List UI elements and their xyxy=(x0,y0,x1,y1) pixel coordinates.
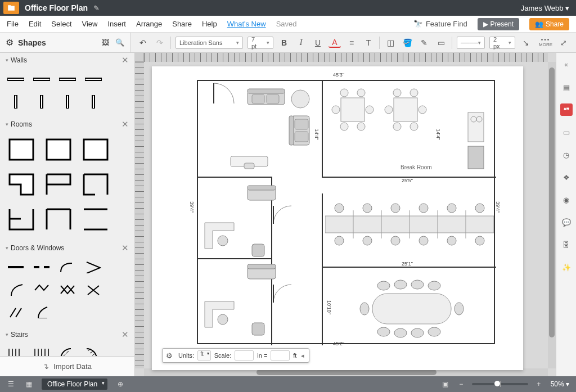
door-shape[interactable] xyxy=(32,259,52,276)
text-color-icon[interactable]: A xyxy=(328,38,341,48)
room-shape[interactable] xyxy=(43,135,74,164)
floor-plan[interactable]: Break Room 25'5" 25'1" 10'10" 14'4" 14'4… xyxy=(197,80,495,344)
dining-table-icon[interactable] xyxy=(331,88,375,132)
collapse-icon[interactable]: ◂ xyxy=(300,352,305,359)
close-icon[interactable]: ✕ xyxy=(122,119,129,129)
page[interactable]: 45'3" 45'2" 39'4" 39'4" Break Room 25'5"… xyxy=(152,66,523,370)
room-shape[interactable] xyxy=(80,135,111,164)
bold-icon[interactable]: B xyxy=(278,37,290,49)
chat-icon[interactable]: 💬 xyxy=(560,216,573,228)
data-icon[interactable]: ◉ xyxy=(560,193,573,206)
wall-shape[interactable] xyxy=(83,71,104,88)
rename-icon[interactable]: ✎ xyxy=(93,4,100,12)
line-arrow-icon[interactable]: ↘ xyxy=(520,37,532,49)
database-icon[interactable]: 🗄 xyxy=(560,238,573,251)
door-icon[interactable] xyxy=(272,205,292,225)
align-icon[interactable]: ≡ xyxy=(345,37,358,49)
shapes-section-stairs[interactable]: ▾ Stairs ✕ xyxy=(0,327,134,342)
shapes-section-walls[interactable]: ▾ Walls ✕ xyxy=(0,53,134,67)
close-icon[interactable]: ✕ xyxy=(122,243,129,253)
door-shape[interactable] xyxy=(57,281,78,298)
counter-icon[interactable] xyxy=(467,111,485,143)
presentation-icon[interactable]: ▭ xyxy=(560,126,573,138)
room-shape[interactable] xyxy=(43,205,74,234)
door-shape[interactable] xyxy=(32,281,52,298)
room-shape[interactable] xyxy=(43,170,74,199)
fridge-icon[interactable] xyxy=(467,145,485,170)
office-desk-icon[interactable] xyxy=(204,222,240,250)
fill-icon[interactable]: 🪣 xyxy=(401,37,413,49)
zoom-in-icon[interactable]: + xyxy=(534,379,544,389)
door-icon[interactable] xyxy=(213,82,235,105)
grid-view-icon[interactable]: ▦ xyxy=(24,379,34,389)
room-shape[interactable] xyxy=(6,135,37,164)
door-shape[interactable] xyxy=(32,304,52,321)
more-tools[interactable]: •••MORE xyxy=(539,38,552,47)
document-title[interactable]: Office Floor Plan xyxy=(25,3,88,12)
workstation-row-icon[interactable] xyxy=(325,199,494,250)
line-color-icon[interactable]: ✎ xyxy=(418,37,430,49)
present-button[interactable]: ▶ Present xyxy=(478,18,519,30)
round-table-icon[interactable] xyxy=(290,89,310,109)
door-shape[interactable] xyxy=(6,259,26,276)
chair-icon[interactable] xyxy=(251,243,266,258)
line-style-select[interactable]: ──── xyxy=(457,37,485,49)
menu-arrange[interactable]: Arrange xyxy=(136,20,162,28)
shapes-settings-icon[interactable]: ⚙ xyxy=(6,37,14,48)
door-shape[interactable] xyxy=(83,259,104,276)
door-shape[interactable] xyxy=(6,304,26,321)
close-icon[interactable]: ✕ xyxy=(122,330,129,340)
scale-input-right[interactable] xyxy=(271,350,290,361)
shapes-section-doors[interactable]: ▾ Doors & Windows ✕ xyxy=(0,241,134,255)
wall-shape[interactable] xyxy=(57,93,78,110)
collapse-rail-icon[interactable]: « xyxy=(560,58,573,71)
chair-icon[interactable] xyxy=(251,322,266,336)
share-button[interactable]: 👥 Share xyxy=(529,18,569,30)
zoom-out-icon[interactable]: − xyxy=(456,379,466,389)
image-icon[interactable]: 🖼 xyxy=(100,38,110,48)
canvas[interactable]: 45'3" 45'2" 39'4" 39'4" Break Room 25'5"… xyxy=(135,53,556,376)
units-select[interactable]: ft xyxy=(197,350,211,361)
menu-help[interactable]: Help xyxy=(202,20,217,28)
room-shape[interactable] xyxy=(80,170,111,199)
comments-icon[interactable]: ❝❞ xyxy=(560,103,573,116)
scrollbar-thumb[interactable] xyxy=(549,67,555,337)
menu-whats-new[interactable]: What's New xyxy=(227,20,266,28)
room-shape[interactable] xyxy=(80,205,111,234)
sofa-icon[interactable] xyxy=(246,263,277,281)
zoom-value[interactable]: 50% ▾ xyxy=(550,380,570,388)
units-toolbar[interactable]: ⚙ Units: ft Scale: in = ft ◂ xyxy=(162,348,309,363)
scrollbar-vertical[interactable] xyxy=(548,62,556,368)
wall-shape[interactable] xyxy=(32,71,52,88)
page-icon[interactable]: ▤ xyxy=(560,81,573,93)
fullscreen-icon[interactable]: ⤢ xyxy=(557,38,570,47)
app-logo-icon[interactable] xyxy=(3,2,19,14)
ruler-horizontal[interactable] xyxy=(144,53,548,62)
zoom-reset-icon[interactable]: ▣ xyxy=(440,379,451,389)
conference-table-icon[interactable] xyxy=(356,278,468,340)
redo-icon[interactable]: ↷ xyxy=(154,37,166,49)
ruler-vertical[interactable] xyxy=(135,62,144,368)
stairs-shape[interactable] xyxy=(6,345,26,356)
room-shape[interactable] xyxy=(6,205,37,234)
door-shape[interactable] xyxy=(6,281,26,298)
import-data-button[interactable]: ↴ Import Data xyxy=(0,356,134,376)
scale-input-left[interactable] xyxy=(235,350,254,361)
search-icon[interactable]: 🔍 xyxy=(115,38,125,48)
layers-icon[interactable]: ❖ xyxy=(560,171,573,183)
gear-icon[interactable]: ⚙ xyxy=(166,352,173,360)
menu-share[interactable]: Share xyxy=(172,20,192,28)
sofa-icon[interactable] xyxy=(246,184,277,202)
font-size-select[interactable]: 7 pt xyxy=(248,37,273,49)
dining-table-icon[interactable] xyxy=(384,88,428,132)
menu-edit[interactable]: Edit xyxy=(29,20,41,28)
wall-shape[interactable] xyxy=(83,93,104,110)
scrollbar-thumb[interactable] xyxy=(256,370,436,375)
user-menu[interactable]: James Webb ▾ xyxy=(518,4,573,12)
desk-icon[interactable] xyxy=(230,153,269,170)
wall-shape[interactable] xyxy=(32,93,52,110)
menu-view[interactable]: View xyxy=(82,20,98,28)
zoom-knob[interactable] xyxy=(494,381,500,386)
shape-options-icon[interactable]: ▭ xyxy=(435,37,447,49)
menu-file[interactable]: File xyxy=(7,20,19,28)
